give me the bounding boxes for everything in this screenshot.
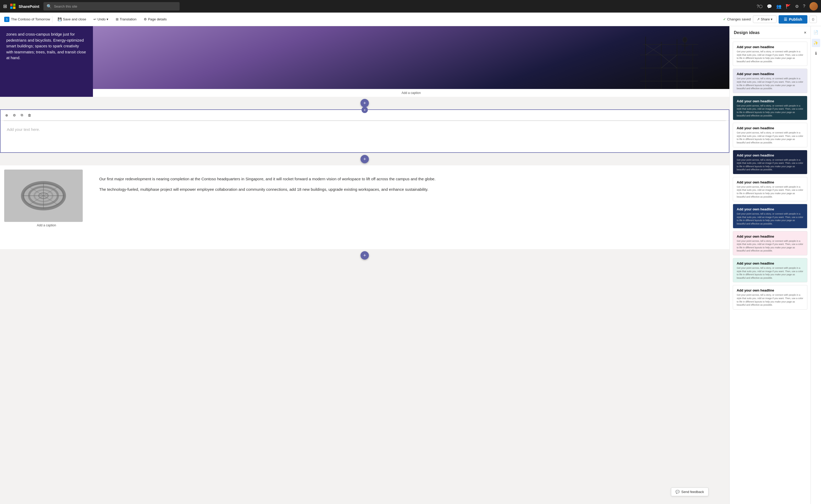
page-details-label: Page details xyxy=(148,17,167,21)
top-text: zones and cross-campus bridge just for p… xyxy=(6,31,87,61)
design-card-body: Get your point across, tell a story, or … xyxy=(737,158,803,171)
publish-label: Publish xyxy=(789,17,802,21)
add-section-circle-bottom[interactable]: + xyxy=(360,155,369,163)
search-box[interactable]: 🔍 xyxy=(43,2,180,10)
svg-line-20 xyxy=(685,50,688,54)
design-card-headline: Add your own headline xyxy=(737,234,803,238)
publish-button[interactable]: ☰ Publish xyxy=(779,15,807,24)
changes-saved-text: Changes saved xyxy=(727,17,751,21)
toolbar-left-section: S The Contoso of Tomorrow 💾 Save and clo… xyxy=(4,16,170,23)
page-icon: S xyxy=(4,17,9,22)
design-panel-header: Design ideas × xyxy=(730,26,811,38)
svg-rect-1 xyxy=(13,4,15,6)
move-tool[interactable]: ⊕ xyxy=(4,112,10,118)
svg-rect-2 xyxy=(10,7,13,9)
design-panel-title: Design ideas xyxy=(734,30,760,35)
add-section-bottom[interactable]: + xyxy=(0,153,729,165)
nav-icons: ?⬡ 💬 👥 🚩 ⚙ ? xyxy=(757,2,818,10)
save-icon: 💾 xyxy=(58,17,62,21)
image-caption-1[interactable]: Add a caption xyxy=(93,89,729,97)
check-icon: ✓ xyxy=(723,17,726,21)
changes-saved-indicator: ✓ Changes saved xyxy=(723,17,751,21)
bottom-right-text: Our first major redevelopment is nearing… xyxy=(93,165,729,249)
translation-label: Translation xyxy=(120,17,136,21)
design-card-body: Get your point across, tell a story, or … xyxy=(737,131,803,144)
app-name: SharePoint xyxy=(19,4,39,9)
translation-button[interactable]: ⊞ Translation xyxy=(113,16,139,23)
bottom-left-image: Add a caption xyxy=(0,165,93,249)
copy-tool[interactable]: ⧉ xyxy=(19,112,25,118)
design-panel-close-button[interactable]: × xyxy=(804,30,806,35)
design-ideas-panel: Design ideas × Add your own headlineGet … xyxy=(729,26,811,504)
right-sidebar-icons: 📄 ✨ ℹ xyxy=(811,26,821,504)
top-left-text: zones and cross-campus bridge just for p… xyxy=(0,26,93,97)
design-card[interactable]: Add your own headlineGet your point acro… xyxy=(733,177,807,201)
design-card[interactable]: Add your own headlineGet your point acro… xyxy=(733,231,807,255)
flag-icon[interactable]: 🚩 xyxy=(786,4,791,9)
design-card-body: Get your point across, tell a story, or … xyxy=(737,77,803,90)
right-icon-info[interactable]: ℹ xyxy=(812,49,820,58)
undo-button[interactable]: ↩ Undo ▾ xyxy=(90,16,111,23)
user-avatar[interactable] xyxy=(809,2,818,10)
undo-dropdown-icon: ▾ xyxy=(107,17,108,21)
question-icon[interactable]: ? xyxy=(803,4,805,9)
text-editor-block: + ⊕ ⚙ ⧉ 🗑 Add your text here. xyxy=(0,109,729,153)
svg-rect-0 xyxy=(10,4,13,6)
design-panel-cards: Add your own headlineGet your point acro… xyxy=(730,38,811,504)
design-card-headline: Add your own headline xyxy=(737,288,803,292)
design-card[interactable]: Add your own headlineGet your point acro… xyxy=(733,285,807,309)
add-section-page-bottom[interactable]: + xyxy=(0,249,729,262)
waffle-icon[interactable]: ⊞ xyxy=(3,3,7,9)
microsoft-logo xyxy=(10,4,15,9)
feedback-icon: 💬 xyxy=(675,490,680,494)
add-section-circle-page-bottom[interactable]: + xyxy=(360,251,369,260)
scaffold-image xyxy=(625,29,714,89)
comment-icon[interactable]: 💬 xyxy=(767,4,772,9)
add-inline-top-btn[interactable]: + xyxy=(361,107,368,113)
save-close-label: Save and close xyxy=(63,17,86,21)
image-caption-2[interactable]: Add a caption xyxy=(4,222,89,229)
page-details-button[interactable]: ⚙ Page details xyxy=(141,16,170,23)
help-pane-icon[interactable]: ?⬡ xyxy=(757,4,763,9)
share-button[interactable]: ↗ Share ▾ xyxy=(753,15,777,23)
top-right-image: Add a caption xyxy=(93,26,729,97)
add-section-circle-top[interactable]: + xyxy=(360,99,369,107)
right-icon-design[interactable]: ✨ xyxy=(812,39,820,47)
collapse-button[interactable]: ⟨⟩ xyxy=(809,16,817,23)
bottom-paragraph-1: Our first major redevelopment is nearing… xyxy=(99,176,723,182)
settings-icon[interactable]: ⚙ xyxy=(795,4,799,9)
design-card-body: Get your point across, tell a story, or … xyxy=(737,50,803,63)
people-icon[interactable]: 👥 xyxy=(776,4,781,9)
svg-rect-3 xyxy=(13,7,15,9)
bottom-content-section: Add a caption Our first major redevelopm… xyxy=(0,165,729,249)
search-input[interactable] xyxy=(54,4,176,8)
delete-tool[interactable]: 🗑 xyxy=(26,112,33,118)
breadcrumb-title: The Contoso of Tomorrow xyxy=(11,17,50,21)
design-card-body: Get your point across, tell a story, or … xyxy=(737,293,803,306)
design-card-body: Get your point across, tell a story, or … xyxy=(737,104,803,117)
design-card[interactable]: Add your own headlineGet your point acro… xyxy=(733,123,807,147)
save-close-button[interactable]: 💾 Save and close xyxy=(54,16,89,23)
undo-icon: ↩ xyxy=(93,17,96,21)
design-card[interactable]: Add your own headlineGet your point acro… xyxy=(733,150,807,174)
share-label: Share xyxy=(761,17,770,21)
details-icon: ⚙ xyxy=(144,17,147,21)
send-feedback-button[interactable]: 💬 Send feedback xyxy=(671,488,708,496)
design-card-headline: Add your own headline xyxy=(737,207,803,211)
right-icon-page[interactable]: 📄 xyxy=(812,28,820,37)
spiral-staircase-image xyxy=(4,170,83,222)
design-card[interactable]: Add your own headlineGet your point acro… xyxy=(733,204,807,228)
design-card-headline: Add your own headline xyxy=(737,180,803,184)
design-card[interactable]: Add your own headlineGet your point acro… xyxy=(733,258,807,282)
top-navigation: ⊞ SharePoint 🔍 ?⬡ 💬 👥 🚩 ⚙ ? xyxy=(0,0,821,13)
svg-line-19 xyxy=(682,50,685,54)
text-block-content[interactable]: Add your text here. xyxy=(1,121,729,152)
publish-icon: ☰ xyxy=(784,17,787,21)
design-card-headline: Add your own headline xyxy=(737,72,803,76)
page-toolbar: S The Contoso of Tomorrow 💾 Save and clo… xyxy=(0,13,821,26)
design-card[interactable]: Add your own headlineGet your point acro… xyxy=(733,42,807,66)
design-card[interactable]: Add your own headlineGet your point acro… xyxy=(733,69,807,93)
settings-tool[interactable]: ⚙ xyxy=(11,112,18,118)
design-card[interactable]: Add your own headlineGet your point acro… xyxy=(733,96,807,120)
top-content-section: zones and cross-campus bridge just for p… xyxy=(0,26,729,97)
